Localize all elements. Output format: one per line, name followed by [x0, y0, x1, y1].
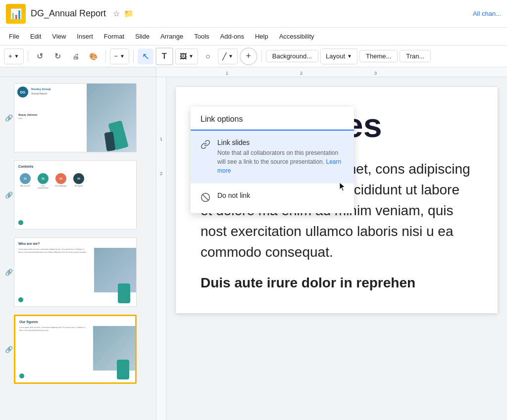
- separator-1: [28, 50, 28, 62]
- undo-button[interactable]: ↺: [32, 48, 48, 64]
- v-ruler-mark-2: 2: [160, 171, 162, 176]
- line-tool[interactable]: ╱ ▼: [218, 48, 238, 64]
- zoom-control[interactable]: − ▼: [110, 48, 130, 64]
- doc-title: DG_Annual Report: [31, 8, 106, 19]
- layout-dropdown-icon: ▼: [347, 53, 352, 59]
- shape-tool[interactable]: ○: [200, 48, 216, 64]
- svg-line-1: [203, 194, 208, 200]
- slide-2-link-icon: 🔗: [5, 191, 13, 199]
- slide-stage: Our figures Lorem ipsum dolor sit amet, …: [166, 77, 507, 420]
- menu-file[interactable]: File: [4, 31, 24, 42]
- cursor-tool[interactable]: ↖: [138, 48, 153, 64]
- v-ruler-mark-1: 1: [160, 137, 162, 141]
- redo-button[interactable]: ↻: [50, 48, 66, 64]
- menu-insert[interactable]: Insert: [72, 31, 98, 42]
- menu-format[interactable]: Format: [99, 31, 129, 42]
- ruler-mark-1: 1: [226, 71, 228, 76]
- do-not-link-content: Do not link: [217, 191, 250, 201]
- separator-4: [261, 50, 262, 62]
- vertical-ruler: 1 2: [156, 77, 166, 420]
- folder-icon[interactable]: 📁: [124, 9, 134, 18]
- content-area: 1 🔗 DG Dooley Group Annual Report Stacey…: [0, 77, 507, 420]
- layout-label: Layout: [326, 52, 345, 60]
- menu-help[interactable]: Help: [250, 31, 273, 42]
- link-option-link-slides[interactable]: Link slides Note that all collaborators …: [191, 131, 354, 184]
- title-bar: 📊 DG_Annual Report ☆ 📁 All chan...: [0, 0, 507, 28]
- slide-thumbnail-1[interactable]: DG Dooley Group Annual Report Stacey Joh…: [14, 83, 137, 152]
- zoom-dropdown-icon: ▼: [120, 53, 125, 59]
- image-tool[interactable]: 🖼 ▼: [175, 48, 198, 64]
- title-icons: ☆ 📁: [113, 9, 134, 18]
- layout-button[interactable]: Layout ▼: [320, 48, 357, 64]
- comment-button[interactable]: +: [240, 47, 257, 65]
- print-button[interactable]: 🖨: [68, 48, 84, 64]
- link-slides-title: Link slides: [217, 139, 344, 146]
- zoom-out-icon: −: [114, 52, 118, 60]
- slide-item-2[interactable]: 2 🔗 Contents 01 Who are we?: [0, 158, 156, 232]
- separator-3: [133, 50, 134, 62]
- star-icon[interactable]: ☆: [113, 9, 120, 18]
- ruler-corner: [0, 67, 156, 77]
- link-slides-desc: Note that all collaborators on this pres…: [217, 148, 344, 175]
- theme-button[interactable]: Theme...: [359, 50, 398, 62]
- add-icon: +: [8, 52, 12, 60]
- menu-bar: File Edit View Insert Format Slide Arran…: [0, 28, 507, 46]
- menu-edit[interactable]: Edit: [25, 31, 46, 42]
- image-icon: 🖼: [180, 52, 187, 60]
- menu-slide[interactable]: Slide: [130, 31, 154, 42]
- slide-3-link-icon: 🔗: [5, 269, 13, 276]
- slide-body-2: Duis aute irure dolor in reprehen: [201, 273, 473, 293]
- learn-more-link[interactable]: Learn more: [217, 158, 341, 174]
- image-dropdown-icon: ▼: [189, 53, 194, 59]
- menu-view[interactable]: View: [47, 31, 71, 42]
- menu-arrange[interactable]: Arrange: [155, 31, 188, 42]
- add-button[interactable]: + ▼: [4, 48, 24, 64]
- app-window: 📊 DG_Annual Report ☆ 📁 All chan... File …: [0, 0, 507, 420]
- link-slides-content: Link slides Note that all collaborators …: [217, 139, 344, 175]
- slide-item-1[interactable]: 1 🔗 DG Dooley Group Annual Report Stacey…: [0, 81, 156, 154]
- do-not-link-icon: [201, 192, 210, 205]
- horizontal-ruler: 1 2 3: [156, 67, 507, 77]
- slide-4-link-icon: 🔗: [5, 346, 13, 353]
- text-tool[interactable]: T: [155, 47, 173, 65]
- link-options-panel: Link options Link slides: [191, 107, 354, 213]
- link-slides-icon: [201, 140, 210, 152]
- toolbar: + ▼ ↺ ↻ 🖨 🎨 − ▼ ↖ T 🖼 ▼ ○ ╱ ▼ + Backgrou…: [0, 46, 507, 67]
- separator-2: [105, 50, 106, 62]
- ruler-row: 1 2 3: [0, 67, 507, 77]
- ruler-mark-3: 3: [374, 71, 377, 76]
- slide-thumbnail-4[interactable]: Our figures Lorem ipsum dolor sit amet, …: [14, 315, 137, 384]
- slide-thumbnail-3[interactable]: Who are we? Lorem ipsum dolor sit amet, …: [14, 237, 137, 307]
- app-icon: 📊: [6, 4, 26, 24]
- line-icon: ╱: [222, 52, 226, 60]
- slide-item-4[interactable]: 4 🔗 Our figures Lorem ipsum dolor sit am…: [0, 313, 156, 386]
- background-button[interactable]: Background...: [266, 50, 318, 62]
- slide-item-3[interactable]: 3 🔗 Who are we? Lorem ipsum dolor sit am…: [0, 235, 156, 309]
- add-dropdown-icon: ▼: [14, 53, 19, 59]
- slide-1-link-icon: 🔗: [5, 114, 13, 122]
- link-option-do-not-link[interactable]: Do not link: [191, 184, 354, 213]
- do-not-link-title: Do not link: [217, 191, 250, 199]
- all-changes[interactable]: All chan...: [473, 10, 501, 17]
- slide-thumbnail-2[interactable]: Contents 01 Who are we? 02 Our achieveme…: [14, 160, 137, 230]
- menu-accessibility[interactable]: Accessibility: [274, 31, 319, 42]
- slides-panel: 1 🔗 DG Dooley Group Annual Report Stacey…: [0, 77, 156, 420]
- line-dropdown-icon: ▼: [228, 53, 233, 59]
- ruler-mark-2: 2: [300, 71, 303, 76]
- paint-format-button[interactable]: 🎨: [86, 48, 101, 64]
- menu-addons[interactable]: Add-ons: [215, 31, 249, 42]
- menu-tools[interactable]: Tools: [189, 31, 214, 42]
- link-options-header: Link options: [191, 107, 354, 131]
- canvas-area: 1 2 Our figures Lorem ipsum dolor sit am…: [156, 77, 507, 420]
- transition-button[interactable]: Tran...: [400, 50, 431, 62]
- slide-main-content: Our figures Lorem ipsum dolor sit amet, …: [176, 87, 498, 313]
